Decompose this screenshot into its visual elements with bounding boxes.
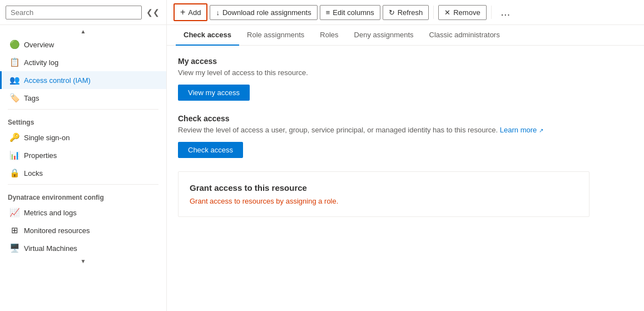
grant-access-description: Grant access to resources by assigning a…: [190, 197, 578, 205]
access-control-icon: 👥: [9, 75, 19, 85]
refresh-label: Refresh: [398, 8, 423, 17]
sidebar: ❮❮ ▲ 🟢 Overview 📋 Activity log 👥 Access …: [0, 0, 167, 311]
single-sign-on-icon: 🔑: [9, 132, 19, 142]
sidebar-item-label: Metrics and logs: [24, 209, 77, 217]
sidebar-item-overview[interactable]: 🟢 Overview: [0, 36, 166, 53]
sidebar-item-label: Access control (IAM): [24, 76, 91, 85]
monitored-resources-icon: ⊞: [9, 225, 19, 235]
view-my-access-button[interactable]: View my access: [178, 85, 250, 101]
tab-label: Classic administrators: [429, 31, 500, 39]
tab-check-access[interactable]: Check access: [176, 25, 239, 46]
ellipsis-icon: …: [501, 7, 511, 18]
sidebar-item-label: Activity log: [24, 58, 58, 67]
toolbar-separator: [433, 6, 434, 19]
sidebar-item-label: Locks: [24, 169, 43, 177]
settings-section-label: Settings: [0, 112, 166, 129]
locks-icon: 🔒: [9, 168, 19, 178]
tabs-bar: Check access Role assignments Roles Deny…: [167, 25, 644, 46]
external-link-icon: ↗: [539, 127, 543, 134]
sidebar-item-label: Single sign-on: [24, 134, 70, 142]
sidebar-item-metrics-logs[interactable]: 📈 Metrics and logs: [0, 204, 166, 221]
my-access-description: View my level of access to this resource…: [178, 68, 633, 78]
sidebar-item-virtual-machines[interactable]: 🖥️ Virtual Machines: [0, 239, 166, 257]
dynatrace-section-label: Dynatrace environment config: [0, 187, 166, 204]
download-label: Download role assignments: [222, 8, 311, 17]
refresh-button[interactable]: ↻ Refresh: [383, 5, 429, 20]
tab-deny-assignments[interactable]: Deny assignments: [346, 25, 422, 46]
add-button[interactable]: + Add: [174, 3, 207, 21]
sidebar-nav: ▲ 🟢 Overview 📋 Activity log 👥 Access con…: [0, 25, 166, 311]
check-access-section: Check access Review the level of access …: [178, 114, 633, 171]
my-access-section: My access View my level of access to thi…: [178, 57, 633, 114]
grant-access-box: Grant access to this resource Grant acce…: [178, 171, 589, 217]
add-icon: +: [180, 7, 185, 17]
activity-log-icon: 📋: [9, 57, 19, 67]
tab-label: Check access: [184, 31, 231, 39]
sidebar-item-label: Overview: [24, 41, 54, 49]
main-content: My access View my level of access to thi…: [167, 46, 644, 311]
sidebar-item-activity-log[interactable]: 📋 Activity log: [0, 53, 166, 71]
tab-role-assignments[interactable]: Role assignments: [239, 25, 312, 46]
sidebar-item-locks[interactable]: 🔒 Locks: [0, 164, 166, 182]
learn-more-label: Learn more: [500, 126, 537, 134]
download-button[interactable]: ↓ Download role assignments: [210, 5, 317, 20]
grant-access-title: Grant access to this resource: [190, 183, 578, 192]
edit-columns-button[interactable]: ≡ Edit columns: [320, 5, 380, 20]
sidebar-item-label: Monitored resources: [24, 226, 90, 235]
tab-label: Deny assignments: [354, 31, 414, 39]
scroll-up-indicator: ▲: [0, 27, 166, 36]
overview-icon: 🟢: [9, 40, 19, 50]
search-input[interactable]: [6, 6, 142, 19]
edit-columns-label: Edit columns: [333, 8, 374, 17]
my-access-title: My access: [178, 57, 633, 66]
sidebar-item-tags[interactable]: 🏷️ Tags: [0, 89, 166, 107]
sidebar-item-access-control[interactable]: 👥 Access control (IAM): [0, 71, 166, 89]
collapse-icon: ❮❮: [146, 8, 160, 17]
sidebar-item-properties[interactable]: 📊 Properties: [0, 146, 166, 164]
check-access-title: Check access: [178, 114, 633, 123]
sidebar-collapse-button[interactable]: ❮❮: [145, 4, 161, 20]
check-access-button[interactable]: Check access: [178, 142, 243, 158]
tab-label: Roles: [320, 31, 338, 39]
properties-icon: 📊: [9, 150, 19, 160]
add-label: Add: [188, 8, 201, 17]
virtual-machines-icon: 🖥️: [9, 243, 19, 253]
edit-columns-icon: ≡: [326, 8, 330, 17]
check-access-description-text: Review the level of access a user, group…: [178, 126, 498, 134]
remove-icon: ✕: [444, 8, 450, 17]
settings-divider: [8, 109, 158, 110]
sidebar-item-label: Tags: [24, 94, 39, 102]
sidebar-item-monitored-resources[interactable]: ⊞ Monitored resources: [0, 221, 166, 239]
download-icon: ↓: [216, 8, 220, 17]
refresh-icon: ↻: [389, 8, 395, 17]
remove-button[interactable]: ✕ Remove: [438, 5, 486, 20]
check-access-description: Review the level of access a user, group…: [178, 125, 633, 135]
remove-label: Remove: [453, 8, 480, 17]
more-options-button[interactable]: …: [496, 6, 515, 19]
scroll-down-indicator: ▼: [0, 257, 166, 265]
sidebar-item-label: Properties: [24, 151, 57, 160]
toolbar: + Add ↓ Download role assignments ≡ Edit…: [167, 0, 644, 25]
tags-icon: 🏷️: [9, 93, 19, 103]
sidebar-search-area: ❮❮: [0, 0, 166, 25]
main-area: + Add ↓ Download role assignments ≡ Edit…: [167, 0, 644, 311]
sidebar-item-label: Virtual Machines: [24, 244, 77, 253]
learn-more-link[interactable]: Learn more ↗: [500, 126, 543, 134]
metrics-logs-icon: 📈: [9, 208, 19, 218]
toolbar-separator-2: [491, 6, 492, 19]
dynatrace-divider: [8, 184, 158, 185]
sidebar-item-single-sign-on[interactable]: 🔑 Single sign-on: [0, 129, 166, 146]
tab-classic-administrators[interactable]: Classic administrators: [422, 25, 508, 46]
tab-roles[interactable]: Roles: [312, 25, 346, 46]
tab-label: Role assignments: [247, 31, 304, 39]
